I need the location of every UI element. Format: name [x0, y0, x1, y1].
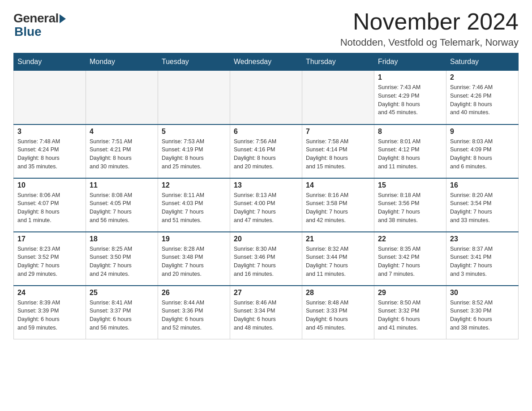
day-info: Sunrise: 8:46 AM Sunset: 3:34 PM Dayligh… — [234, 299, 298, 332]
calendar-cell: 18Sunrise: 8:25 AM Sunset: 3:50 PM Dayli… — [86, 232, 158, 286]
day-info: Sunrise: 8:01 AM Sunset: 4:12 PM Dayligh… — [378, 137, 442, 171]
day-info: Sunrise: 7:56 AM Sunset: 4:16 PM Dayligh… — [234, 137, 298, 171]
calendar-cell: 22Sunrise: 8:35 AM Sunset: 3:42 PM Dayli… — [374, 232, 446, 286]
calendar-cell: 10Sunrise: 8:06 AM Sunset: 4:07 PM Dayli… — [14, 178, 86, 232]
column-header-monday: Monday — [86, 53, 158, 71]
calendar-cell: 4Sunrise: 7:51 AM Sunset: 4:21 PM Daylig… — [86, 124, 158, 178]
day-number: 29 — [378, 289, 442, 297]
page-header: General Blue November 2024 Notodden, Ves… — [13, 9, 519, 48]
calendar-cell: 21Sunrise: 8:32 AM Sunset: 3:44 PM Dayli… — [302, 232, 374, 286]
column-header-saturday: Saturday — [446, 53, 519, 71]
day-info: Sunrise: 7:51 AM Sunset: 4:21 PM Dayligh… — [90, 137, 154, 171]
location-subtitle: Notodden, Vestfold og Telemark, Norway — [340, 37, 519, 48]
day-number: 5 — [162, 128, 226, 136]
calendar-cell: 25Sunrise: 8:41 AM Sunset: 3:37 PM Dayli… — [86, 286, 158, 339]
day-info: Sunrise: 7:43 AM Sunset: 4:29 PM Dayligh… — [378, 83, 442, 117]
calendar-cell: 27Sunrise: 8:46 AM Sunset: 3:34 PM Dayli… — [230, 286, 302, 339]
logo-arrow-icon — [60, 14, 66, 23]
day-info: Sunrise: 8:39 AM Sunset: 3:39 PM Dayligh… — [17, 299, 82, 332]
day-number: 20 — [234, 235, 298, 243]
day-number: 26 — [162, 289, 226, 297]
calendar-table: SundayMondayTuesdayWednesdayThursdayFrid… — [13, 53, 519, 339]
calendar-cell: 24Sunrise: 8:39 AM Sunset: 3:39 PM Dayli… — [14, 286, 86, 339]
calendar-cell: 5Sunrise: 7:53 AM Sunset: 4:19 PM Daylig… — [158, 124, 230, 178]
calendar-cell: 17Sunrise: 8:23 AM Sunset: 3:52 PM Dayli… — [14, 232, 86, 286]
calendar-cell: 20Sunrise: 8:30 AM Sunset: 3:46 PM Dayli… — [230, 232, 302, 286]
title-section: November 2024 Notodden, Vestfold og Tele… — [340, 9, 519, 48]
calendar-week-row: 17Sunrise: 8:23 AM Sunset: 3:52 PM Dayli… — [14, 232, 519, 286]
day-info: Sunrise: 8:06 AM Sunset: 4:07 PM Dayligh… — [17, 191, 82, 225]
day-number: 3 — [17, 128, 82, 136]
day-info: Sunrise: 8:50 AM Sunset: 3:32 PM Dayligh… — [378, 299, 442, 332]
day-number: 8 — [378, 128, 442, 136]
day-info: Sunrise: 8:03 AM Sunset: 4:09 PM Dayligh… — [450, 137, 515, 171]
day-info: Sunrise: 8:11 AM Sunset: 4:03 PM Dayligh… — [162, 191, 226, 225]
day-number: 28 — [306, 289, 370, 297]
day-number: 18 — [90, 235, 154, 243]
day-number: 9 — [450, 128, 515, 136]
day-info: Sunrise: 7:46 AM Sunset: 4:26 PM Dayligh… — [450, 83, 515, 117]
day-number: 30 — [450, 289, 515, 297]
calendar-cell: 6Sunrise: 7:56 AM Sunset: 4:16 PM Daylig… — [230, 124, 302, 178]
day-number: 27 — [234, 289, 298, 297]
day-info: Sunrise: 7:58 AM Sunset: 4:14 PM Dayligh… — [306, 137, 370, 171]
day-info: Sunrise: 7:53 AM Sunset: 4:19 PM Dayligh… — [162, 137, 226, 171]
day-number: 17 — [17, 235, 82, 243]
day-number: 4 — [90, 128, 154, 136]
calendar-cell: 9Sunrise: 8:03 AM Sunset: 4:09 PM Daylig… — [446, 124, 519, 178]
day-number: 2 — [450, 73, 515, 81]
calendar-cell: 26Sunrise: 8:44 AM Sunset: 3:36 PM Dayli… — [158, 286, 230, 339]
logo-general-text: General — [13, 11, 59, 26]
logo-blue-text: Blue — [13, 25, 42, 39]
day-number: 19 — [162, 235, 226, 243]
calendar-cell — [14, 71, 86, 124]
day-number: 23 — [450, 235, 515, 243]
calendar-cell: 14Sunrise: 8:16 AM Sunset: 3:58 PM Dayli… — [302, 178, 374, 232]
day-number: 1 — [378, 73, 442, 81]
calendar-cell — [302, 71, 374, 124]
calendar-week-row: 24Sunrise: 8:39 AM Sunset: 3:39 PM Dayli… — [14, 286, 519, 339]
calendar-cell: 15Sunrise: 8:18 AM Sunset: 3:56 PM Dayli… — [374, 178, 446, 232]
calendar-cell: 1Sunrise: 7:43 AM Sunset: 4:29 PM Daylig… — [374, 71, 446, 124]
calendar-week-row: 10Sunrise: 8:06 AM Sunset: 4:07 PM Dayli… — [14, 178, 519, 232]
column-header-sunday: Sunday — [14, 53, 86, 71]
day-number: 10 — [17, 181, 82, 189]
day-number: 15 — [378, 181, 442, 189]
day-number: 21 — [306, 235, 370, 243]
day-info: Sunrise: 8:16 AM Sunset: 3:58 PM Dayligh… — [306, 191, 370, 225]
calendar-cell: 13Sunrise: 8:13 AM Sunset: 4:00 PM Dayli… — [230, 178, 302, 232]
calendar-week-row: 3Sunrise: 7:48 AM Sunset: 4:24 PM Daylig… — [14, 124, 519, 178]
column-header-thursday: Thursday — [302, 53, 374, 71]
day-info: Sunrise: 8:35 AM Sunset: 3:42 PM Dayligh… — [378, 245, 442, 278]
day-info: Sunrise: 8:20 AM Sunset: 3:54 PM Dayligh… — [450, 191, 515, 225]
day-info: Sunrise: 8:23 AM Sunset: 3:52 PM Dayligh… — [17, 245, 82, 278]
day-number: 7 — [306, 128, 370, 136]
day-info: Sunrise: 8:28 AM Sunset: 3:48 PM Dayligh… — [162, 245, 226, 278]
logo: General Blue — [13, 9, 66, 39]
day-info: Sunrise: 8:13 AM Sunset: 4:00 PM Dayligh… — [234, 191, 298, 225]
day-number: 16 — [450, 181, 515, 189]
day-info: Sunrise: 7:48 AM Sunset: 4:24 PM Dayligh… — [17, 137, 82, 171]
calendar-cell: 28Sunrise: 8:48 AM Sunset: 3:33 PM Dayli… — [302, 286, 374, 339]
day-info: Sunrise: 8:25 AM Sunset: 3:50 PM Dayligh… — [90, 245, 154, 278]
day-info: Sunrise: 8:44 AM Sunset: 3:36 PM Dayligh… — [162, 299, 226, 332]
day-info: Sunrise: 8:48 AM Sunset: 3:33 PM Dayligh… — [306, 299, 370, 332]
calendar-cell: 19Sunrise: 8:28 AM Sunset: 3:48 PM Dayli… — [158, 232, 230, 286]
calendar-cell: 11Sunrise: 8:08 AM Sunset: 4:05 PM Dayli… — [86, 178, 158, 232]
calendar-cell — [86, 71, 158, 124]
day-info: Sunrise: 8:08 AM Sunset: 4:05 PM Dayligh… — [90, 191, 154, 225]
day-info: Sunrise: 8:18 AM Sunset: 3:56 PM Dayligh… — [378, 191, 442, 225]
calendar-cell: 30Sunrise: 8:52 AM Sunset: 3:30 PM Dayli… — [446, 286, 519, 339]
day-info: Sunrise: 8:30 AM Sunset: 3:46 PM Dayligh… — [234, 245, 298, 278]
calendar-cell: 16Sunrise: 8:20 AM Sunset: 3:54 PM Dayli… — [446, 178, 519, 232]
day-number: 22 — [378, 235, 442, 243]
day-number: 25 — [90, 289, 154, 297]
day-info: Sunrise: 8:37 AM Sunset: 3:41 PM Dayligh… — [450, 245, 515, 278]
calendar-cell: 7Sunrise: 7:58 AM Sunset: 4:14 PM Daylig… — [302, 124, 374, 178]
calendar-cell: 23Sunrise: 8:37 AM Sunset: 3:41 PM Dayli… — [446, 232, 519, 286]
column-header-friday: Friday — [374, 53, 446, 71]
day-number: 6 — [234, 128, 298, 136]
day-info: Sunrise: 8:32 AM Sunset: 3:44 PM Dayligh… — [306, 245, 370, 278]
calendar-cell: 3Sunrise: 7:48 AM Sunset: 4:24 PM Daylig… — [14, 124, 86, 178]
day-number: 13 — [234, 181, 298, 189]
